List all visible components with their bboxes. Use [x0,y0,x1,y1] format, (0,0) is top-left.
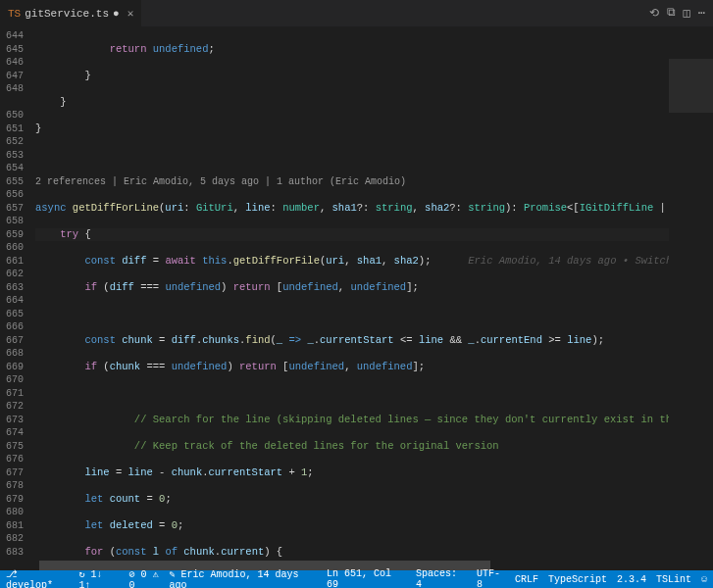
code-content[interactable]: return undefined; } } } 2 references | E… [35,27,713,561]
git-branch[interactable]: ⎇ develop* [6,568,69,589]
line-blame[interactable]: ✎ Eric Amodio, 14 days ago [170,568,317,589]
more-icon[interactable]: ⋯ [698,6,705,21]
cursor-position[interactable]: Ln 651, Col 69 [327,568,406,588]
compare-icon[interactable]: ⧉ [667,6,676,21]
nav-back-icon[interactable]: ⟲ [649,6,659,21]
status-bar: ⎇ develop* ↻ 1↓ 1↑ ⊘ 0 ⚠ 0 ✎ Eric Amodio… [0,570,713,588]
eol[interactable]: CRLF [515,574,538,585]
problems[interactable]: ⊘ 0 ⚠ 0 [129,568,170,589]
minimap[interactable] [669,27,713,561]
feedback-icon[interactable]: ☺ [701,574,707,585]
tab-bar: TS gitService.ts ● ✕ ⟲ ⧉ ◫ ⋯ [0,0,713,27]
editor-actions: ⟲ ⧉ ◫ ⋯ [649,6,713,21]
split-editor-icon[interactable]: ◫ [684,6,690,21]
minimap-slider[interactable] [669,59,713,113]
tslint[interactable]: TSLint [656,574,691,585]
file-tab[interactable]: TS gitService.ts ● ✕ [0,0,141,26]
tab-modified-indicator: ● [113,8,120,20]
tab-filename: gitService.ts [25,8,109,20]
git-sync[interactable]: ↻ 1↓ 1↑ [78,568,119,589]
language-mode[interactable]: TypeScript [548,574,607,585]
encoding[interactable]: UTF-8 [477,568,505,588]
ts-version[interactable]: 2.3.4 [617,574,646,585]
indentation[interactable]: Spaces: 4 [416,568,467,588]
codelens[interactable]: 2 references | Eric Amodio, 5 days ago |… [35,175,713,189]
close-icon[interactable]: ✕ [127,7,134,20]
editor[interactable]: 6446456466476486506516526536546556566576… [0,27,713,561]
line-gutter: 6446456466476486506516526536546556566576… [0,27,35,561]
typescript-icon: TS [8,8,21,20]
